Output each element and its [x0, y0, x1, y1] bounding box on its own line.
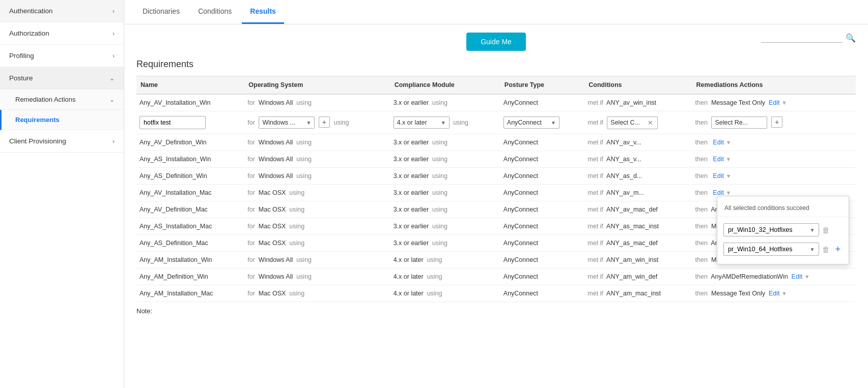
- condition-dropdown-2[interactable]: pr_Win10_64_Hotfixes ▼: [723, 243, 819, 256]
- cell-os: for Windows All using: [244, 168, 390, 185]
- cell-conditions: met if ANY_am_win_inst: [584, 252, 692, 268]
- col-conditions: Conditions: [584, 76, 692, 95]
- cell-name: Any_AM_Installation_Win: [136, 252, 244, 268]
- cell-compliance: 3.x or earlier using: [390, 235, 500, 252]
- cell-remediation: then Edit ▼: [692, 134, 856, 151]
- tab-results[interactable]: Results: [242, 0, 284, 24]
- cell-posture: AnyConnect: [500, 218, 584, 235]
- table-row: Any_AS_Installation_Win for Windows All …: [136, 151, 856, 168]
- chevron-down-icon: ▼: [781, 100, 787, 106]
- cell-name: Any_AM_Definition_Win: [136, 268, 244, 285]
- table-row-edit: for Windows ... ▼ + using 4.x or: [136, 111, 856, 134]
- sidebar-item-profiling[interactable]: Profiling ›: [0, 45, 124, 67]
- cell-os: for Windows All using: [244, 151, 390, 168]
- sidebar: Authentication › Authorization › Profili…: [0, 0, 124, 388]
- delete-condition-2-button[interactable]: 🗑: [822, 245, 830, 254]
- sidebar-item-posture[interactable]: Posture ⌄: [0, 67, 124, 89]
- cell-posture: AnyConnect: [500, 185, 584, 201]
- cell-os: for Mac OSX using: [244, 218, 390, 235]
- cell-compliance: 3.x or earlier using: [390, 201, 500, 218]
- sidebar-item-requirements[interactable]: Requirements: [0, 110, 124, 130]
- edit-button[interactable]: Edit: [769, 290, 780, 297]
- chevron-down-icon: ▼: [810, 227, 815, 233]
- col-operating-system: Operating System: [244, 76, 390, 95]
- edit-button[interactable]: Edit: [713, 172, 724, 180]
- cell-conditions: met if ANY_am_mac_inst: [584, 285, 692, 302]
- col-posture-type: Posture Type: [500, 76, 584, 95]
- cell-conditions: met if ANY_av_mac_def: [584, 201, 692, 218]
- cell-conditions: met if ANY_as_mac_def: [584, 235, 692, 252]
- cell-conditions: met if ANY_as_mac_inst: [584, 218, 692, 235]
- sidebar-item-authentication[interactable]: Authentication ›: [0, 0, 124, 22]
- cell-remediation: then Message Text Only Edit ▼: [692, 285, 856, 302]
- cell-name: Any_AS_Definition_Win: [136, 168, 244, 185]
- cell-posture-edit: AnyConnect ▼: [500, 111, 584, 134]
- chevron-down-icon: ▼: [804, 274, 810, 280]
- cell-os: for Windows All using: [244, 268, 390, 285]
- os-add-button[interactable]: +: [319, 116, 330, 128]
- cell-compliance: 4.x or later using: [390, 252, 500, 268]
- chevron-right-icon: ›: [113, 8, 115, 15]
- edit-button[interactable]: Edit: [792, 273, 803, 280]
- search-area: 🔍: [761, 33, 856, 43]
- add-condition-button[interactable]: +: [833, 244, 843, 255]
- edit-button[interactable]: Edit: [713, 139, 724, 146]
- cell-posture: AnyConnect: [500, 252, 584, 268]
- cell-os: for Windows All using: [244, 94, 390, 111]
- tab-conditions[interactable]: Conditions: [190, 0, 240, 24]
- cell-name: Any_AV_Definition_Win: [136, 134, 244, 151]
- cell-compliance: 3.x or earlier using: [390, 168, 500, 185]
- name-input[interactable]: [139, 116, 206, 129]
- os-select[interactable]: Windows ... ▼: [259, 116, 315, 129]
- remediation-select[interactable]: Select Re...: [711, 116, 767, 129]
- cell-os: for Windows All using: [244, 134, 390, 151]
- sidebar-item-remediation-actions[interactable]: Remediation Actions ⌄: [0, 89, 124, 110]
- cell-conditions-edit: met if Select C... ✕: [584, 111, 692, 134]
- sidebar-item-label: Authentication: [9, 7, 53, 15]
- guide-me-button[interactable]: Guide Me: [466, 33, 526, 51]
- edit-button[interactable]: Edit: [713, 156, 724, 163]
- cell-os: for Mac OSX using: [244, 185, 390, 201]
- conditions-popup: All selected conditions succeed pr_Win10…: [717, 196, 849, 264]
- tab-dictionaries[interactable]: Dictionaries: [134, 0, 188, 24]
- table-header-row: Name Operating System Compliance Module …: [136, 76, 856, 95]
- search-input[interactable]: [761, 33, 843, 43]
- cell-conditions: met if ANY_as_d...: [584, 168, 692, 185]
- note-section: Note:: [136, 302, 856, 315]
- cell-compliance: 3.x or earlier using: [390, 151, 500, 168]
- cell-posture: AnyConnect: [500, 151, 584, 168]
- cell-name: Any_AV_Installation_Win: [136, 94, 244, 111]
- cell-remediation: then AnyAMDefRemediationWin Edit ▼: [692, 268, 856, 285]
- cell-compliance: 3.x or earlier using: [390, 218, 500, 235]
- cell-name-edit: [136, 111, 244, 134]
- conditions-select[interactable]: Select C... ✕: [607, 116, 658, 129]
- cell-os: for Mac OSX using: [244, 201, 390, 218]
- cell-name: Any_AV_Definition_Mac: [136, 201, 244, 218]
- delete-condition-1-button[interactable]: 🗑: [822, 226, 830, 234]
- sidebar-item-authorization[interactable]: Authorization ›: [0, 22, 124, 45]
- content-area: 🔍 Guide Me Requirements Name Operating S…: [124, 24, 868, 388]
- posture-select[interactable]: AnyConnect ▼: [503, 116, 559, 129]
- table-row: Any_AM_Definition_Win for Windows All us…: [136, 268, 856, 285]
- cell-compliance: 3.x or earlier using: [390, 185, 500, 201]
- cell-remediation: then Edit ▼: [692, 151, 856, 168]
- conditions-clear-button[interactable]: ✕: [647, 119, 654, 127]
- chevron-down-icon: ▼: [725, 139, 731, 145]
- search-button[interactable]: 🔍: [846, 33, 856, 43]
- cell-compliance: 4.x or later using: [390, 268, 500, 285]
- sidebar-item-client-provisioning[interactable]: Client Provisioning ›: [0, 130, 124, 153]
- cell-compliance: 3.x or earlier using: [390, 94, 500, 111]
- compliance-select[interactable]: 4.x or later ▼: [394, 116, 450, 129]
- table-row: Any_AV_Definition_Win for Windows All us…: [136, 134, 856, 151]
- cell-name: Any_AS_Definition_Mac: [136, 235, 244, 252]
- cell-conditions: met if ANY_av_m...: [584, 185, 692, 201]
- sidebar-item-label: Requirements: [15, 116, 60, 124]
- cell-remediation-edit: then Select Re... +: [692, 111, 856, 134]
- edit-button[interactable]: Edit: [769, 99, 780, 106]
- cell-compliance: 3.x or earlier using: [390, 134, 500, 151]
- remediation-add-button[interactable]: +: [771, 116, 782, 128]
- table-row: Any_AM_Installation_Mac for Mac OSX usin…: [136, 285, 856, 302]
- edit-button[interactable]: Edit: [713, 189, 724, 196]
- chevron-down-icon: ▼: [810, 247, 815, 252]
- condition-dropdown-1[interactable]: pr_Win10_32_Hotfixes ▼: [723, 223, 819, 236]
